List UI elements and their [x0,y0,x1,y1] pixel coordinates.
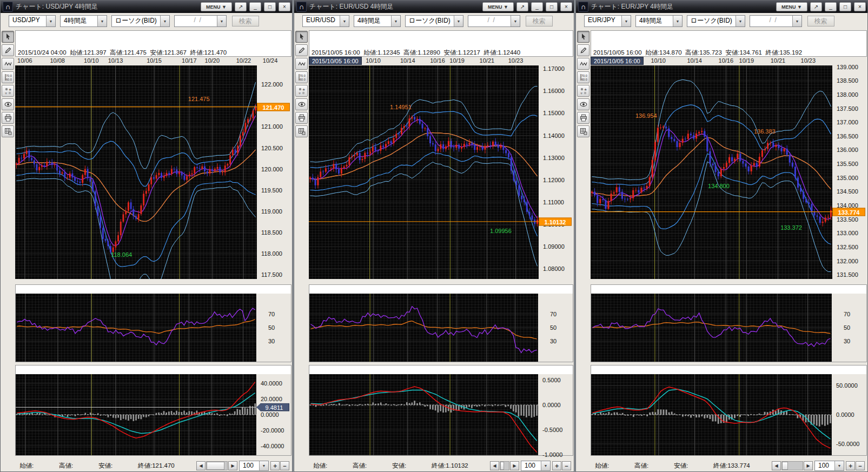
visibility-button[interactable] [2,98,14,110]
window-titlebar[interactable]: ∩ チャート: EUR/JPY 4時間足 MENU ▼ ↗ _ □ × [576,1,867,13]
menu-button[interactable]: MENU ▼ [201,2,232,11]
layout-save-button[interactable] [295,125,308,137]
zoom-out-button[interactable]: − [856,461,865,470]
popout-icon[interactable]: ↗ [516,2,528,11]
rsi-chart[interactable] [591,294,832,362]
date-input[interactable]: / / ▼ [468,15,520,27]
chevron-down-icon[interactable]: ▼ [454,16,463,26]
scroll-left-button[interactable]: ◀ [772,461,781,470]
indicator-tool-button[interactable] [577,58,589,70]
price-label-tool-button[interactable]: 70.060.0 [577,71,589,83]
rsi-chart[interactable] [309,294,538,362]
menu-button[interactable]: MENU ▼ [776,2,807,11]
macd-chart[interactable] [309,374,538,455]
chevron-down-icon[interactable]: ▼ [541,461,550,470]
price-label-tool-button[interactable]: 70.060.0 [2,71,14,83]
chart-type-select[interactable]: ローソク(BID) ▼ [111,15,170,27]
price-chart[interactable]: 136.954136.383134.800133.372 [591,65,832,279]
window-titlebar[interactable]: ∩ チャート: EUR/USD 4時間足 MENU ▼ ↗ _ □ × [294,1,574,13]
zoom-select[interactable]: 100 ▼ [521,461,551,471]
price-chart[interactable]: 121.475118.064 [15,65,257,279]
close-button[interactable]: × [279,2,290,11]
popout-icon[interactable]: ↗ [235,2,247,11]
zoom-out-button[interactable]: − [280,461,289,470]
layout-save-button[interactable] [2,125,14,137]
close-button[interactable]: × [560,2,572,11]
chevron-down-icon[interactable]: ▼ [160,16,169,26]
chevron-down-icon[interactable]: ▼ [259,461,268,470]
price-chart[interactable]: 1.149511.09956 [309,65,539,279]
date-input[interactable]: / / ▼ [174,15,227,27]
print-button[interactable] [295,112,308,124]
chart-scrollbar[interactable] [781,461,803,470]
chevron-down-icon[interactable]: ▼ [46,16,55,26]
visibility-button[interactable] [295,98,308,110]
draw-tool-button[interactable] [2,44,14,56]
timeframe-select[interactable]: 4時間足 ▼ [60,15,107,27]
print-button[interactable] [577,112,589,124]
layout-save-button[interactable] [577,125,589,137]
visibility-button[interactable] [577,98,589,110]
pair-select[interactable]: USD/JPY ▼ [9,15,56,27]
popout-icon[interactable]: ↗ [810,2,822,11]
scroll-right-button[interactable]: ▶ [804,461,813,470]
chart-scrollbar[interactable] [206,461,228,470]
draw-tool-button[interactable] [295,44,308,56]
maximize-button[interactable]: □ [546,2,558,11]
maximize-button[interactable]: □ [839,2,851,11]
chevron-down-icon[interactable]: ▼ [673,16,682,26]
scroll-right-button[interactable]: ▶ [510,461,519,470]
menu-button[interactable]: MENU ▼ [482,2,514,11]
zoom-in-button[interactable]: ＋ [270,461,280,470]
chevron-down-icon[interactable]: ▼ [792,16,801,26]
chart-scrollbar[interactable] [500,461,509,470]
chevron-down-icon[interactable]: ▼ [511,16,520,26]
chevron-down-icon[interactable]: ▼ [217,16,226,26]
search-button[interactable]: 検索 [807,16,834,26]
minimize-button[interactable]: _ [531,2,543,11]
pointer-tool-button[interactable] [295,31,308,43]
chevron-down-icon[interactable]: ▼ [340,16,349,26]
indicator-tool-button[interactable] [2,58,14,70]
scroll-left-button[interactable]: ◀ [196,461,206,470]
date-input[interactable]: / / ▼ [750,15,802,27]
marker-tool-button[interactable]: ★♥ [295,85,308,97]
chart-type-select[interactable]: ローソク(BID) ▼ [405,15,463,27]
chevron-down-icon[interactable]: ▼ [391,16,400,26]
timeframe-select[interactable]: 4時間足 ▼ [354,15,401,27]
chevron-down-icon[interactable]: ▼ [736,16,745,26]
scroll-left-button[interactable]: ◀ [490,461,499,470]
zoom-select[interactable]: 100 ▼ [814,461,844,471]
pair-select[interactable]: EUR/JPY ▼ [584,15,631,27]
draw-tool-button[interactable] [577,44,589,56]
zoom-out-button[interactable]: − [562,461,571,470]
pointer-tool-button[interactable] [2,31,14,43]
pair-select[interactable]: EUR/USD ▼ [302,15,349,27]
print-button[interactable] [2,112,14,124]
price-label-tool-button[interactable]: 70.060.0 [295,71,308,83]
chevron-down-icon[interactable]: ▼ [97,16,107,26]
marker-tool-button[interactable]: ★♥ [577,85,589,97]
maximize-button[interactable]: □ [264,2,276,11]
scrollbar-thumb[interactable] [500,462,504,470]
macd-chart[interactable] [16,374,256,455]
scrollbar-thumb[interactable] [207,462,224,470]
chevron-down-icon[interactable]: ▼ [834,461,844,470]
zoom-in-button[interactable]: ＋ [846,461,855,470]
rsi-chart[interactable] [16,294,256,362]
pointer-tool-button[interactable] [577,31,589,43]
search-button[interactable]: 検索 [526,16,553,26]
zoom-select[interactable]: 100 ▼ [239,461,269,471]
scroll-right-button[interactable]: ▶ [228,461,237,470]
minimize-button[interactable]: _ [825,2,837,11]
scrollbar-thumb[interactable] [782,462,788,470]
close-button[interactable]: × [854,2,866,11]
zoom-in-button[interactable]: ＋ [552,461,561,470]
minimize-button[interactable]: _ [249,2,261,11]
chevron-down-icon[interactable]: ▼ [621,16,631,26]
marker-tool-button[interactable]: ★♥ [2,85,14,97]
indicator-tool-button[interactable] [295,58,308,70]
macd-chart[interactable] [591,374,832,455]
search-button[interactable]: 検索 [232,16,259,26]
chart-type-select[interactable]: ローソク(BID) ▼ [687,15,745,27]
